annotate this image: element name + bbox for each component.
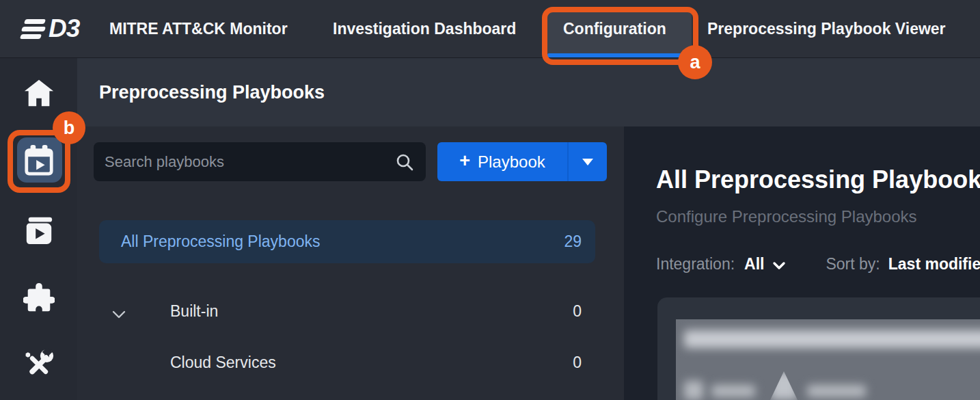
integration-filter-label: Integration: xyxy=(656,255,735,274)
plus-icon: + xyxy=(459,152,470,170)
detail-panel-title: All Preprocessing Playbooks xyxy=(656,165,980,194)
d3-logo[interactable]: D3 xyxy=(21,0,79,57)
playbook-list-panel: + Playbook All Preprocessing Playbooks 2… xyxy=(77,126,624,400)
left-icon-sidebar xyxy=(0,58,77,400)
playbook-card[interactable] xyxy=(657,297,980,400)
detail-panel-subtitle: Configure Preprocessing Playbooks xyxy=(656,207,917,226)
list-item-count: 0 xyxy=(573,354,582,372)
sidebar-item-preprocessing-playbooks[interactable] xyxy=(0,144,77,178)
add-playbook-button[interactable]: + Playbook xyxy=(437,142,567,181)
preprocessing-playbook-calendar-icon xyxy=(23,144,55,178)
home-icon xyxy=(23,77,55,111)
nav-item-mitre-attack-monitor[interactable]: MITRE ATT&CK Monitor xyxy=(109,0,288,57)
list-item-count: 0 xyxy=(573,302,582,321)
add-playbook-dropdown-button[interactable] xyxy=(569,142,607,181)
top-navigation-bar: D3 MITRE ATT&CK Monitor Investigation Da… xyxy=(0,0,980,58)
integrations-puzzle-icon xyxy=(23,282,55,317)
sort-by-value[interactable]: Last modified xyxy=(888,255,980,274)
search-box xyxy=(94,142,426,181)
d3-logo-text: D3 xyxy=(49,14,79,43)
nav-item-investigation-dashboard[interactable]: Investigation Dashboard xyxy=(333,0,516,57)
list-item-built-in[interactable]: Built-in 0 xyxy=(99,291,595,332)
integration-filter-value[interactable]: All xyxy=(744,255,764,274)
redacted-glyph xyxy=(770,371,798,400)
redacted-icon xyxy=(684,381,703,400)
redacted-card-content xyxy=(676,319,980,400)
search-input[interactable] xyxy=(94,153,396,171)
nav-item-configuration[interactable]: Configuration xyxy=(563,0,666,57)
sort-group: Sort by: Last modified xyxy=(826,255,980,274)
filter-row: Integration: All Sort by: Last modified xyxy=(656,255,980,274)
add-playbook-split-button: + Playbook xyxy=(437,142,607,181)
redacted-text xyxy=(711,385,755,397)
list-item-cloud-services[interactable]: Cloud Services 0 xyxy=(99,342,595,383)
playbook-viewer-book-icon xyxy=(23,214,55,248)
sidebar-item-utilities[interactable] xyxy=(0,348,77,382)
chevron-down-icon[interactable] xyxy=(111,306,126,324)
sidebar-item-playbook-viewer[interactable] xyxy=(0,214,77,248)
list-item-label: All Preprocessing Playbooks xyxy=(121,232,320,251)
nav-item-preprocessing-playbook-viewer[interactable]: Preprocessing Playbook Viewer xyxy=(707,0,946,57)
chevron-down-icon[interactable] xyxy=(772,261,786,271)
sidebar-item-integrations[interactable] xyxy=(0,282,77,317)
page-title: Preprocessing Playbooks xyxy=(99,58,325,126)
list-item-all-preprocessing-playbooks[interactable]: All Preprocessing Playbooks 29 xyxy=(99,220,595,263)
list-item-label: Built-in xyxy=(170,302,218,321)
add-playbook-label: Playbook xyxy=(478,152,545,172)
redacted-text xyxy=(807,385,866,397)
sidebar-item-home[interactable] xyxy=(0,77,77,111)
redacted-title-line xyxy=(684,330,980,348)
list-item-count: 29 xyxy=(564,232,582,251)
sort-by-label: Sort by: xyxy=(826,255,880,274)
d3-logo-e-icon xyxy=(21,19,45,39)
page-header: Preprocessing Playbooks xyxy=(77,58,980,126)
utilities-tools-icon xyxy=(23,348,55,382)
caret-down-icon xyxy=(582,159,593,165)
search-icon xyxy=(396,153,413,171)
playbook-detail-panel: All Preprocessing Playbooks Configure Pr… xyxy=(624,126,980,400)
list-item-label: Cloud Services xyxy=(170,354,276,372)
